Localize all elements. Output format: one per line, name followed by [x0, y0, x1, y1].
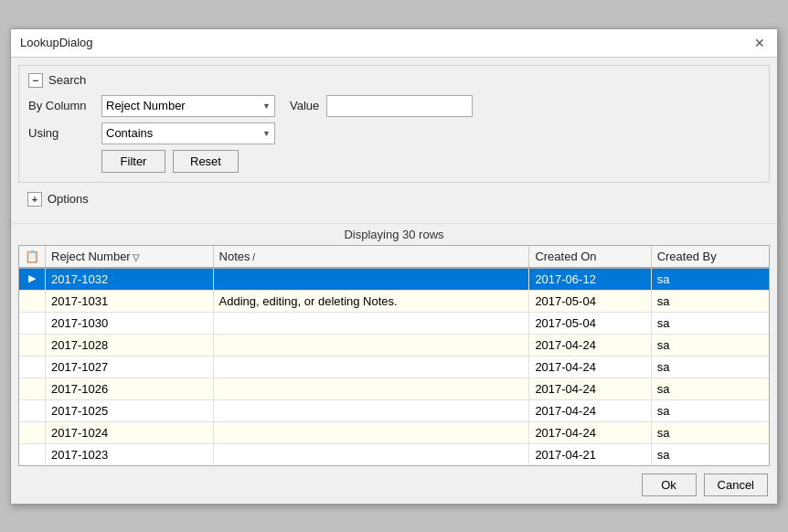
table-icon: 📋 — [25, 250, 39, 263]
options-toggle[interactable]: + — [27, 192, 42, 207]
data-table-wrapper: 📋 Reject Number Notes Created On Created… — [18, 245, 770, 466]
cell-created-on: 2017-04-24 — [529, 421, 651, 443]
cell-reject-number: 2017-1031 — [46, 290, 214, 312]
th-notes[interactable]: Notes — [213, 246, 529, 268]
cell-created-by: sa — [651, 399, 769, 421]
cell-notes — [213, 312, 529, 334]
table-row[interactable]: 2017-10262017-04-24sa — [19, 378, 769, 399]
table-row[interactable]: 2017-10302017-05-04sa — [19, 312, 769, 334]
value-input[interactable] — [326, 95, 473, 117]
row-indicator — [19, 312, 46, 334]
lookup-dialog: LookupDialog ✕ − Search By Column Reject… — [10, 28, 778, 505]
dialog-title: LookupDialog — [20, 36, 93, 49]
cell-created-by: sa — [651, 443, 769, 465]
cell-created-on: 2017-04-24 — [529, 334, 651, 356]
th-reject-number[interactable]: Reject Number — [46, 246, 214, 268]
search-toggle[interactable]: − — [28, 73, 43, 88]
cell-created-by: sa — [651, 378, 769, 399]
cell-created-by: sa — [651, 356, 769, 378]
cell-reject-number: 2017-1027 — [46, 356, 214, 378]
table-header-row: 📋 Reject Number Notes Created On Created… — [19, 246, 769, 268]
table-row[interactable]: 2017-10252017-04-24sa — [19, 399, 769, 421]
row-indicator — [19, 356, 46, 378]
by-column-select[interactable]: Reject Number — [101, 95, 275, 117]
cell-created-by: sa — [651, 290, 769, 312]
using-row: Using Contains — [28, 122, 760, 144]
table-row[interactable]: 2017-10232017-04-21sa — [19, 443, 769, 465]
options-section-header: + Options — [27, 192, 761, 207]
row-indicator — [19, 290, 46, 312]
cell-notes: Adding, editing, or deleting Notes. — [213, 290, 529, 312]
cell-notes — [213, 421, 529, 443]
table-body: ▶2017-10322017-06-12sa2017-1031Adding, e… — [19, 268, 769, 465]
row-indicator: ▶ — [19, 268, 46, 291]
row-indicator — [19, 421, 46, 443]
row-indicator — [19, 378, 46, 399]
by-column-row: By Column Reject Number Value — [28, 95, 760, 117]
cell-created-on: 2017-04-24 — [529, 356, 651, 378]
cell-created-on: 2017-05-04 — [529, 290, 651, 312]
cell-notes — [213, 356, 529, 378]
cell-notes — [213, 378, 529, 399]
cell-created-by: sa — [651, 334, 769, 356]
cell-notes — [213, 399, 529, 421]
table-row[interactable]: 2017-10282017-04-24sa — [19, 334, 769, 356]
th-row-indicator: 📋 — [19, 246, 46, 268]
title-bar: LookupDialog ✕ — [11, 29, 777, 58]
cell-reject-number: 2017-1023 — [46, 443, 214, 465]
row-indicator — [19, 334, 46, 356]
cell-reject-number: 2017-1025 — [46, 399, 214, 421]
cell-created-on: 2017-04-24 — [529, 378, 651, 399]
cell-reject-number: 2017-1026 — [46, 378, 214, 399]
table-row[interactable]: ▶2017-10322017-06-12sa — [19, 268, 769, 291]
th-created-by[interactable]: Created By — [651, 246, 769, 268]
cell-created-on: 2017-05-04 — [529, 312, 651, 334]
data-table: 📋 Reject Number Notes Created On Created… — [19, 246, 769, 465]
search-button-row: Filter Reset — [101, 150, 760, 173]
cell-created-by: sa — [651, 421, 769, 443]
footer: Ok Cancel — [11, 466, 777, 504]
cell-created-on: 2017-04-24 — [529, 399, 651, 421]
cell-reject-number: 2017-1030 — [46, 312, 214, 334]
cell-created-on: 2017-04-21 — [529, 443, 651, 465]
reset-button[interactable]: Reset — [173, 150, 239, 173]
table-scroll[interactable]: 📋 Reject Number Notes Created On Created… — [19, 246, 769, 465]
options-section-title: Options — [48, 192, 89, 206]
by-column-select-wrapper: Reject Number — [101, 95, 275, 117]
table-row[interactable]: 2017-1031Adding, editing, or deleting No… — [19, 290, 769, 312]
using-select[interactable]: Contains — [101, 122, 275, 144]
table-row[interactable]: 2017-10272017-04-24sa — [19, 356, 769, 378]
cell-created-by: sa — [651, 268, 769, 291]
search-section: − Search By Column Reject Number Value U… — [18, 65, 770, 183]
th-created-on[interactable]: Created On — [529, 246, 651, 268]
search-section-title: Search — [48, 73, 86, 87]
value-label: Value — [290, 99, 319, 112]
cell-created-by: sa — [651, 312, 769, 334]
cell-reject-number: 2017-1032 — [46, 268, 214, 291]
cell-reject-number: 2017-1024 — [46, 421, 214, 443]
table-row[interactable]: 2017-10242017-04-24sa — [19, 421, 769, 443]
row-indicator — [19, 399, 46, 421]
using-label: Using — [28, 126, 101, 140]
options-section: + Options — [18, 186, 770, 219]
cancel-button[interactable]: Cancel — [704, 473, 768, 496]
search-section-header: − Search — [28, 73, 760, 88]
using-select-wrapper: Contains — [101, 122, 275, 144]
ok-button[interactable]: Ok — [642, 473, 697, 496]
by-column-label: By Column — [28, 99, 101, 112]
close-button[interactable]: ✕ — [751, 35, 768, 51]
display-info: Displaying 30 rows — [11, 223, 777, 245]
filter-button[interactable]: Filter — [101, 150, 165, 173]
row-indicator — [19, 443, 46, 465]
cell-notes — [213, 443, 529, 465]
cell-notes — [213, 268, 529, 291]
cell-notes — [213, 334, 529, 356]
cell-reject-number: 2017-1028 — [46, 334, 214, 356]
cell-created-on: 2017-06-12 — [529, 268, 651, 291]
